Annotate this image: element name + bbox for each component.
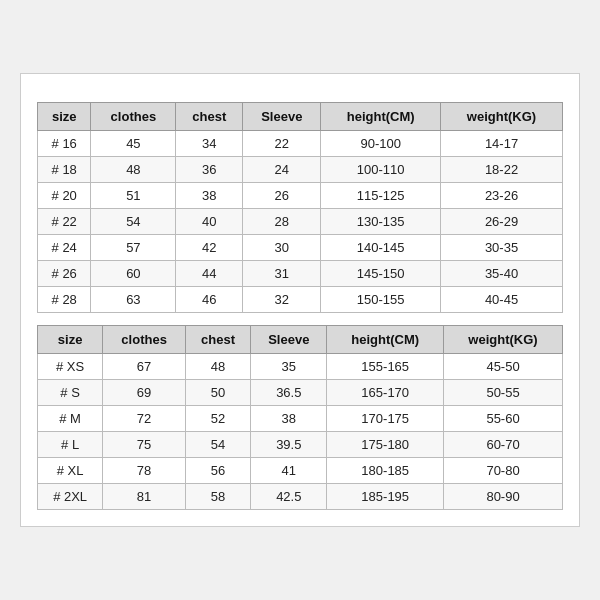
table-cell: # 16 <box>38 131 91 157</box>
table2-body: # XS674835155-16545-50# S695036.5165-170… <box>38 354 563 510</box>
table-cell: 50 <box>185 380 250 406</box>
table-row: # XS674835155-16545-50 <box>38 354 563 380</box>
table1-header-cell: Sleeve <box>243 103 321 131</box>
table-row: # 18483624100-11018-22 <box>38 157 563 183</box>
table-cell: 180-185 <box>327 458 444 484</box>
table-cell: 170-175 <box>327 406 444 432</box>
table-cell: 165-170 <box>327 380 444 406</box>
table-cell: # XL <box>38 458 103 484</box>
table-cell: 60-70 <box>444 432 563 458</box>
table-cell: 30-35 <box>441 235 563 261</box>
table-cell: 58 <box>185 484 250 510</box>
table2-header-cell: size <box>38 326 103 354</box>
table-cell: 14-17 <box>441 131 563 157</box>
table-cell: 81 <box>103 484 186 510</box>
table-cell: 30 <box>243 235 321 261</box>
table-cell: 31 <box>243 261 321 287</box>
table-cell: 48 <box>91 157 176 183</box>
table-row: # 24574230140-14530-35 <box>38 235 563 261</box>
table1-header-row: sizeclotheschestSleeveheight(CM)weight(K… <box>38 103 563 131</box>
table-cell: # 24 <box>38 235 91 261</box>
table-cell: 100-110 <box>321 157 441 183</box>
table-cell: 45 <box>91 131 176 157</box>
table-cell: 35 <box>251 354 327 380</box>
table-cell: 46 <box>176 287 243 313</box>
table-cell: 185-195 <box>327 484 444 510</box>
table-cell: 78 <box>103 458 186 484</box>
table-cell: # 18 <box>38 157 91 183</box>
table-cell: 44 <box>176 261 243 287</box>
table-cell: # S <box>38 380 103 406</box>
table-cell: 26-29 <box>441 209 563 235</box>
table-cell: 26 <box>243 183 321 209</box>
table-cell: 57 <box>91 235 176 261</box>
table-row: # 26604431145-15035-40 <box>38 261 563 287</box>
table-cell: 130-135 <box>321 209 441 235</box>
table-cell: # 20 <box>38 183 91 209</box>
table-cell: 36.5 <box>251 380 327 406</box>
table-cell: 34 <box>176 131 243 157</box>
table-cell: 50-55 <box>444 380 563 406</box>
table-cell: 32 <box>243 287 321 313</box>
table-cell: 42.5 <box>251 484 327 510</box>
table1-header-cell: chest <box>176 103 243 131</box>
table-cell: 39.5 <box>251 432 327 458</box>
table-row: # 28634632150-15540-45 <box>38 287 563 313</box>
table-cell: 24 <box>243 157 321 183</box>
table1-header-cell: height(CM) <box>321 103 441 131</box>
table-cell: 23-26 <box>441 183 563 209</box>
table-cell: 115-125 <box>321 183 441 209</box>
table-cell: 41 <box>251 458 327 484</box>
table2-header-row: sizeclotheschestSleeveheight(CM)weight(K… <box>38 326 563 354</box>
table-cell: 36 <box>176 157 243 183</box>
table-cell: 70-80 <box>444 458 563 484</box>
table-cell: 38 <box>176 183 243 209</box>
size-table-2: sizeclotheschestSleeveheight(CM)weight(K… <box>37 325 563 510</box>
table1-header-cell: weight(KG) <box>441 103 563 131</box>
table-cell: # 26 <box>38 261 91 287</box>
table-cell: 40-45 <box>441 287 563 313</box>
table-cell: 42 <box>176 235 243 261</box>
size-table-1: sizeclotheschestSleeveheight(CM)weight(K… <box>37 102 563 313</box>
table-row: # 2XL815842.5185-19580-90 <box>38 484 563 510</box>
table-row: # XL785641180-18570-80 <box>38 458 563 484</box>
table-cell: 52 <box>185 406 250 432</box>
table-cell: 38 <box>251 406 327 432</box>
table-cell: 67 <box>103 354 186 380</box>
table-cell: # 28 <box>38 287 91 313</box>
table-cell: 40 <box>176 209 243 235</box>
table-cell: 51 <box>91 183 176 209</box>
table-row: # M725238170-17555-60 <box>38 406 563 432</box>
table-cell: 175-180 <box>327 432 444 458</box>
table-cell: 80-90 <box>444 484 563 510</box>
table-cell: 55-60 <box>444 406 563 432</box>
table-row: # 1645342290-10014-17 <box>38 131 563 157</box>
table-cell: 22 <box>243 131 321 157</box>
table-cell: # M <box>38 406 103 432</box>
table-cell: 56 <box>185 458 250 484</box>
table-cell: 140-145 <box>321 235 441 261</box>
table-cell: 54 <box>91 209 176 235</box>
table-cell: 60 <box>91 261 176 287</box>
table-row: # 20513826115-12523-26 <box>38 183 563 209</box>
table2-header-cell: height(CM) <box>327 326 444 354</box>
table-cell: # 22 <box>38 209 91 235</box>
table-row: # L755439.5175-18060-70 <box>38 432 563 458</box>
table-cell: 150-155 <box>321 287 441 313</box>
table-cell: 48 <box>185 354 250 380</box>
table-cell: 28 <box>243 209 321 235</box>
table-cell: # 2XL <box>38 484 103 510</box>
table2-header-cell: clothes <box>103 326 186 354</box>
table-row: # 22544028130-13526-29 <box>38 209 563 235</box>
table-cell: # XS <box>38 354 103 380</box>
table2-header-cell: weight(KG) <box>444 326 563 354</box>
table-cell: 145-150 <box>321 261 441 287</box>
table1-header-cell: clothes <box>91 103 176 131</box>
table-cell: 18-22 <box>441 157 563 183</box>
table-cell: # L <box>38 432 103 458</box>
table-cell: 75 <box>103 432 186 458</box>
table-cell: 90-100 <box>321 131 441 157</box>
table2-header-cell: Sleeve <box>251 326 327 354</box>
section-gap <box>37 313 563 325</box>
table1-body: # 1645342290-10014-17# 18483624100-11018… <box>38 131 563 313</box>
